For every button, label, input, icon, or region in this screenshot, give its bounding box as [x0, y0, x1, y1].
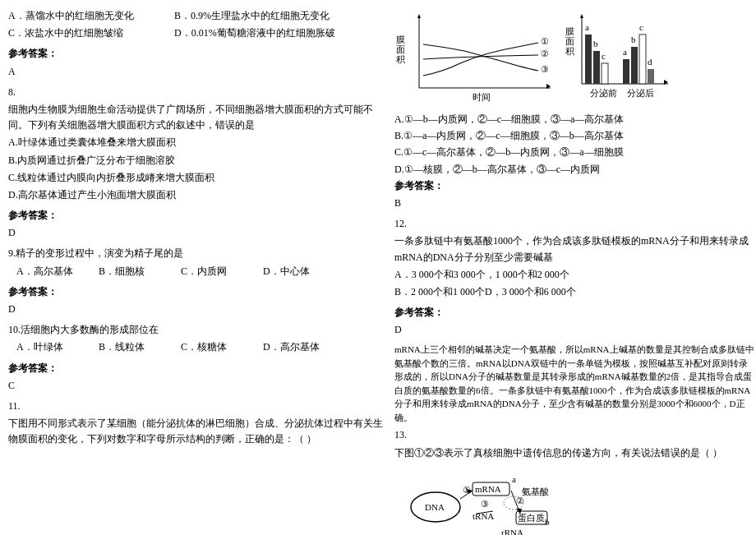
- svg-rect-26: [623, 59, 629, 84]
- question-9: 9.精子的变形过程中，演变为精子尾的是 A．高尔基体 B．细胞核 C．内质网 D…: [8, 246, 386, 279]
- ans-10: 参考答案： C: [8, 361, 386, 394]
- q9-opt-c: C．内质网: [181, 264, 247, 279]
- ans-9-label: 参考答案：: [8, 284, 386, 300]
- q11-text: 下图用不同形式表示了某细胞（能分泌抗体的淋巴细胞）合成、分泌抗体过程中有关生物膜…: [8, 416, 386, 447]
- q12-opt-a: A．3 000个和3 000个，1 000个和2 000个: [394, 267, 756, 283]
- q10-options: A．叶绿体 B．线粒体 C．核糖体 D．高尔基体: [16, 339, 386, 355]
- q10-opt-b: B．线粒体: [99, 339, 164, 355]
- ans-10-val: C: [8, 378, 386, 394]
- q12-text: 一条多肽链中有氨基酸1000个，作为合成该多肽链模板的mRNA分子和用来转录成m…: [394, 233, 756, 265]
- svg-text:分泌前: 分泌前: [590, 88, 617, 98]
- q8-title: 8.: [8, 85, 386, 100]
- ans-9: 参考答案： D: [8, 284, 386, 317]
- svg-text:a: a: [623, 47, 627, 57]
- q10-opt-a: A．叶绿体: [16, 339, 82, 355]
- q9-opt-a: A．高尔基体: [16, 264, 82, 279]
- bar-chart: 膜 面 积 分泌前 分泌后 a: [565, 10, 672, 108]
- question-11: 11. 下图用不同形式表示了某细胞（能分泌抗体的淋巴细胞）合成、分泌抗体过程中有…: [8, 399, 386, 448]
- q10-opt-d: D．高尔基体: [263, 339, 329, 355]
- q8-opt-c: C.线粒体通过内膜向内折叠形成嵴来增大膜面积: [8, 170, 386, 186]
- svg-text:面: 面: [565, 36, 574, 46]
- ans-8-label: 参考答案：: [8, 208, 386, 224]
- svg-text:d: d: [648, 57, 652, 67]
- svg-marker-7: [417, 14, 421, 18]
- q8-opt-a: A.叶绿体通过类囊体堆叠来增大膜面积: [8, 135, 386, 150]
- ans-prev: 参考答案： A: [8, 46, 386, 79]
- ans-12-val: D: [394, 322, 756, 338]
- q11-opt-b: B.①—a—内质网，②—c—细胞膜，③—b—高尔基体: [394, 128, 756, 144]
- ans-11: 参考答案： B: [394, 178, 756, 211]
- svg-text:DNA: DNA: [425, 502, 445, 512]
- ans-11-label: 参考答案：: [394, 178, 756, 194]
- svg-text:mRNA: mRNA: [475, 484, 501, 494]
- prev-question-options: A．蒸馏水中的红细胞无变化 B．0.9%生理盐水中的红细胞无变化 C．浓盐水中的…: [8, 8, 386, 41]
- q13-num: 13.: [394, 427, 756, 443]
- svg-text:①: ①: [463, 485, 471, 495]
- left-column: A．蒸馏水中的红细胞无变化 B．0.9%生理盐水中的红细胞无变化 C．浓盐水中的…: [8, 7, 386, 535]
- q12-opt-b: B．2 000个和1 000个D，3 000个和6 000个: [394, 284, 756, 300]
- svg-text:积: 积: [396, 54, 405, 64]
- option-a-top: A．蒸馏水中的红细胞无变化: [8, 8, 173, 24]
- ans-8: 参考答案： D: [8, 208, 386, 241]
- svg-text:a: a: [512, 474, 516, 484]
- ans-9-val: D: [8, 302, 386, 317]
- q11-opt-a: A.①—b—内质网，②—c—细胞膜，③—a—高尔基体: [394, 112, 756, 127]
- question-13: 13. 下图①②③表示了真核细胞中遗传信息的传递方向，有关说法错误的是（ ）: [394, 427, 756, 460]
- q8-text: 细胞内生物膜为细胞生命活动提供了广阔场所，不同细胞器增大膜面积的方式可能不同。下…: [8, 102, 386, 133]
- svg-text:c: c: [602, 51, 606, 61]
- svg-rect-20: [585, 35, 592, 84]
- q13-svg: DNA mRNA tRNA rRNA 氨基酸 蛋白质 ①: [394, 466, 559, 535]
- ans-12-label: 参考答案：: [394, 305, 756, 321]
- q12-num: 12.: [394, 216, 756, 232]
- svg-text:rRNA: rRNA: [501, 528, 523, 535]
- svg-rect-28: [631, 47, 638, 84]
- svg-text:③: ③: [481, 499, 489, 509]
- option-d-top: D．0.01%葡萄糖溶液中的红细胞胀破: [174, 25, 339, 41]
- q9-opt-b: B．细胞核: [99, 264, 164, 279]
- q9-options: A．高尔基体 B．细胞核 C．内质网 D．中心体: [16, 264, 386, 279]
- q9-opt-d: D．中心体: [263, 264, 329, 279]
- svg-rect-30: [639, 35, 646, 84]
- svg-text:②: ②: [541, 48, 549, 58]
- svg-text:蛋白质: 蛋白质: [518, 513, 545, 523]
- svg-rect-24: [602, 63, 608, 84]
- ans-12: 参考答案： D: [394, 305, 756, 338]
- svg-rect-32: [648, 69, 654, 84]
- svg-text:a: a: [585, 22, 589, 32]
- question-8: 8. 细胞内生物膜为细胞生命活动提供了广阔场所，不同细胞器增大膜面积的方式可能不…: [8, 85, 386, 203]
- svg-text:b: b: [631, 35, 636, 44]
- q8-opt-b: B.内质网通过折叠广泛分布于细胞溶胶: [8, 153, 386, 168]
- q12-explanation: mRNA上三个相邻的碱基决定一个氨基酸，所以mRNA上碱基的数量是其控制合成多肽…: [394, 343, 756, 424]
- svg-text:b: b: [593, 39, 598, 48]
- q8-opt-d: D.高尔基体通过产生小泡面增大膜面积: [8, 187, 386, 203]
- line-chart: 膜 面 积 时间 ① ②: [394, 10, 559, 108]
- svg-rect-22: [593, 51, 600, 84]
- option-b-top: B．0.9%生理盐水中的红细胞无变化: [174, 8, 339, 24]
- svg-text:c: c: [639, 22, 643, 32]
- q9-title: 9.精子的变形过程中，演变为精子尾的是: [8, 246, 386, 261]
- q11-diagram: 膜 面 积 时间 ① ②: [394, 10, 756, 108]
- svg-text:③: ③: [541, 64, 549, 74]
- ans-prev-val: A: [8, 64, 386, 80]
- q13-diagram: DNA mRNA tRNA rRNA 氨基酸 蛋白质 ①: [394, 466, 756, 535]
- q11-options: A.①—b—内质网，②—c—细胞膜，③—a—高尔基体 B.①—a—内质网，②—c…: [394, 112, 756, 178]
- svg-marker-16: [580, 14, 583, 18]
- svg-text:①: ①: [541, 36, 549, 46]
- question-10: 10.活细胞内大多数酶的形成部位在 A．叶绿体 B．线粒体 C．核糖体 D．高尔…: [8, 322, 386, 355]
- svg-text:积: 积: [565, 46, 574, 56]
- ans-10-label: 参考答案：: [8, 361, 386, 376]
- q13-text: 下图①②③表示了真核细胞中遗传信息的传递方向，有关说法错误的是（ ）: [394, 445, 756, 461]
- svg-text:面: 面: [396, 44, 405, 54]
- q10-title: 10.活细胞内大多数酶的形成部位在: [8, 322, 386, 338]
- svg-text:b: b: [545, 517, 550, 527]
- svg-text:膜: 膜: [396, 35, 405, 44]
- ans-8-val: D: [8, 225, 386, 241]
- q10-opt-c: C．核糖体: [181, 339, 247, 355]
- ans-prev-label: 参考答案：: [8, 46, 386, 62]
- option-c-top: C．浓盐水中的红细胞皱缩: [8, 25, 173, 41]
- svg-text:分泌后: 分泌后: [627, 88, 654, 98]
- question-12: 12. 一条多肽链中有氨基酸1000个，作为合成该多肽链模板的mRNA分子和用来…: [394, 216, 756, 300]
- q11-opt-d: D.①—核膜，②—b—高尔基体，③—c—内质网: [394, 162, 756, 178]
- right-column: 膜 面 积 时间 ① ②: [394, 7, 756, 535]
- svg-text:时间: 时间: [472, 92, 491, 102]
